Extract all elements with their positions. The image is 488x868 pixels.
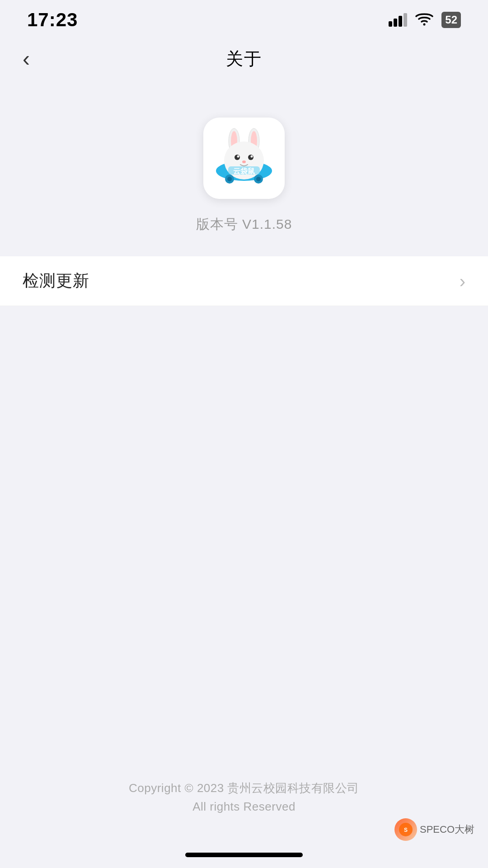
svg-point-10 — [251, 156, 253, 158]
battery-icon: 52 — [441, 12, 461, 28]
app-icon: 云袋鼠 — [203, 118, 285, 199]
chevron-right-icon: › — [460, 272, 465, 290]
rights-text: All rights Reserved — [192, 800, 296, 814]
home-indicator — [185, 853, 303, 857]
svg-point-16 — [256, 177, 261, 181]
svg-point-7 — [235, 155, 240, 160]
list-section: 检测更新 › — [0, 256, 488, 306]
copyright-text: Copyright © 2023 贵州云校园科技有限公司 — [129, 780, 359, 796]
svg-point-8 — [248, 155, 253, 160]
app-icon-svg: 云袋鼠 — [203, 118, 285, 199]
watermark: S SPECO大树 — [394, 818, 474, 841]
version-text: 版本号 V1.1.58 — [196, 215, 292, 234]
status-time: 17:23 — [27, 9, 78, 31]
watermark-icon: S — [394, 818, 417, 841]
signal-icon — [389, 13, 407, 27]
check-update-label: 检测更新 — [23, 270, 89, 292]
watermark-label: SPECO大树 — [420, 823, 474, 836]
svg-text:云袋鼠: 云袋鼠 — [233, 167, 255, 175]
logo-section: 云袋鼠 版本号 V1.1.58 — [0, 118, 488, 234]
svg-point-15 — [227, 177, 232, 181]
status-icons: 52 — [389, 12, 461, 28]
wifi-icon — [414, 13, 434, 27]
svg-point-9 — [237, 156, 239, 158]
back-button[interactable]: ‹ — [23, 48, 30, 70]
svg-text:S: S — [404, 827, 408, 833]
check-update-item[interactable]: 检测更新 › — [0, 256, 488, 306]
svg-point-11 — [242, 160, 246, 163]
status-bar: 17:23 52 — [0, 0, 488, 36]
page-title: 关于 — [226, 47, 262, 71]
footer: Copyright © 2023 贵州云校园科技有限公司 All rights … — [0, 780, 488, 814]
nav-bar: ‹ 关于 — [0, 36, 488, 81]
